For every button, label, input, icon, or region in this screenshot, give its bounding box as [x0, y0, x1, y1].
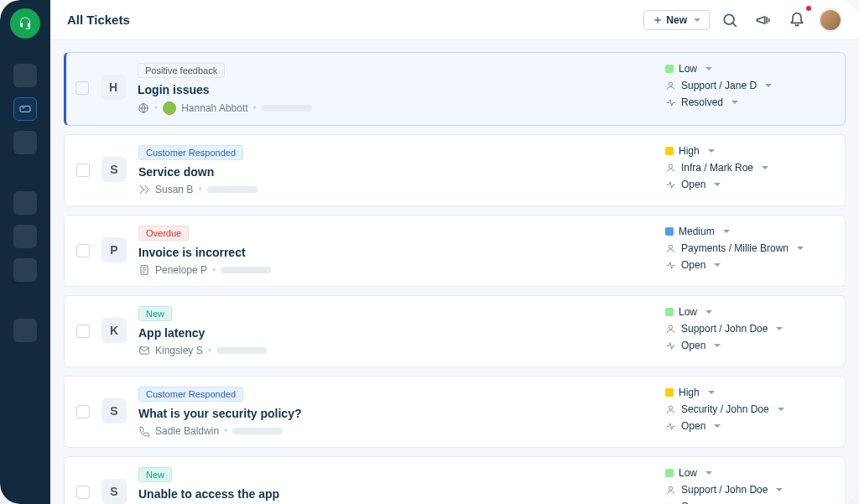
ticket-subject[interactable]: Invoice is incorrect	[138, 246, 665, 259]
svg-point-11	[669, 486, 672, 490]
nav-item-3[interactable]	[13, 131, 37, 154]
ticket-row[interactable]: P Overdue Invoice is incorrect Penelope …	[64, 215, 846, 287]
chevron-down-icon	[705, 471, 712, 478]
assignee-selector[interactable]: Support / John Doe	[665, 484, 833, 496]
meta-placeholder	[207, 186, 258, 193]
ticket-icon	[18, 102, 32, 116]
nav-item-4[interactable]	[13, 191, 37, 215]
ticket-meta: Susan B •	[138, 184, 665, 195]
nav-item-7[interactable]	[13, 319, 37, 342]
assignee-selector[interactable]: Payments / Millie Brown	[665, 242, 833, 254]
assignee-selector[interactable]: Infra / Mark Roe	[665, 162, 833, 174]
priority-color-icon	[665, 388, 674, 397]
priority-selector[interactable]: Low	[665, 306, 833, 318]
ticket-checkbox[interactable]	[76, 486, 90, 499]
app-logo[interactable]	[10, 8, 40, 39]
ticket-body: New App latency Kingsley S •	[138, 306, 665, 356]
priority-selector[interactable]: High	[665, 145, 833, 157]
ticket-row[interactable]: S Customer Responded What is your securi…	[64, 376, 846, 448]
priority-label: Low	[679, 306, 697, 318]
ticket-subject[interactable]: Unable to access the app	[138, 487, 665, 501]
requester-avatar: K	[102, 318, 127, 343]
status-selector[interactable]: Resolved	[665, 96, 833, 108]
priority-selector[interactable]: High	[665, 387, 833, 398]
ticket-properties: Medium Payments / Millie Brown Open	[665, 226, 833, 271]
plus-icon	[653, 15, 663, 25]
requester-avatar: S	[102, 479, 127, 504]
priority-label: High	[679, 145, 700, 157]
channel-icon	[138, 184, 150, 195]
nav-item-6[interactable]	[13, 258, 37, 282]
ticket-properties: Low Support / Jane D Resolved	[665, 63, 833, 108]
ticket-checkbox[interactable]	[76, 164, 90, 177]
ticket-checkbox[interactable]	[76, 244, 90, 257]
requester-name: Hannah Abbott	[181, 102, 247, 114]
priority-selector[interactable]: Low	[665, 63, 833, 75]
notifications-button[interactable]	[784, 7, 810, 34]
requester-avatar: S	[102, 157, 127, 182]
profile-avatar[interactable]	[819, 8, 842, 32]
bell-icon	[789, 12, 805, 29]
priority-label: Medium	[679, 226, 715, 237]
search-button[interactable]	[716, 7, 743, 34]
channel-icon	[138, 425, 150, 437]
ticket-list: H Positive feedback Login issues • Hanna…	[50, 40, 859, 504]
channel-icon	[138, 345, 150, 356]
priority-selector[interactable]: Low	[665, 467, 833, 479]
new-button[interactable]: New	[643, 10, 710, 30]
ticket-tag: Positive feedback	[138, 63, 225, 78]
announce-button[interactable]	[750, 7, 777, 34]
ticket-row[interactable]: H Positive feedback Login issues • Hanna…	[64, 52, 846, 126]
chevron-down-icon	[723, 230, 730, 236]
assignee-selector[interactable]: Security / John Doe	[665, 403, 833, 415]
chevron-down-icon	[708, 391, 715, 397]
nav-item-5[interactable]	[13, 225, 37, 248]
ticket-subject[interactable]: What is your security policy?	[138, 407, 665, 420]
status-selector[interactable]: Open	[665, 179, 833, 190]
chevron-down-icon	[776, 488, 783, 495]
priority-color-icon	[665, 469, 674, 477]
ticket-body: Overdue Invoice is incorrect Penelope P …	[138, 226, 665, 276]
chevron-down-icon	[731, 101, 738, 107]
main-pane: All Tickets New H Positive feedback	[50, 0, 859, 504]
meta-placeholder	[216, 347, 267, 354]
nav-item-1[interactable]	[13, 64, 37, 87]
meta-placeholder	[221, 267, 271, 273]
status-selector[interactable]: Open	[665, 259, 833, 271]
ticket-meta: Penelope P •	[138, 264, 665, 276]
svg-rect-7	[140, 347, 149, 354]
ticket-row[interactable]: K New App latency Kingsley S • Low Suppo…	[64, 295, 846, 367]
assignee-label: Support / John Doe	[681, 484, 768, 496]
ticket-checkbox[interactable]	[75, 81, 89, 95]
status-selector[interactable]: Open	[665, 420, 833, 432]
chevron-down-icon	[714, 183, 721, 190]
assignee-selector[interactable]: Support / John Doe	[665, 323, 833, 335]
new-button-label: New	[666, 14, 687, 26]
ticket-subject[interactable]: Service down	[138, 165, 665, 179]
svg-point-9	[669, 406, 672, 409]
ticket-subject[interactable]: Login issues	[138, 83, 665, 96]
ticket-subject[interactable]: App latency	[138, 326, 665, 340]
ticket-checkbox[interactable]	[76, 405, 90, 418]
assignee-label: Support / John Doe	[681, 323, 768, 335]
ticket-tag: Customer Responded	[138, 145, 243, 160]
requester-avatar: H	[101, 75, 126, 100]
chevron-down-icon	[778, 408, 784, 414]
ticket-checkbox[interactable]	[76, 325, 90, 338]
ticket-row[interactable]: S New Unable to access the app Samuel C …	[64, 456, 846, 504]
nav-item-tickets[interactable]	[13, 97, 37, 121]
requester-name: Kingsley S	[155, 345, 203, 356]
top-bar: All Tickets New	[50, 0, 859, 40]
status-label: Open	[681, 179, 705, 190]
megaphone-icon	[755, 12, 772, 29]
priority-selector[interactable]: Medium	[665, 226, 833, 237]
sentiment-icon	[163, 101, 176, 115]
ticket-row[interactable]: S Customer Responded Service down Susan …	[64, 134, 846, 206]
ticket-properties: Low Support / John Doe Open	[665, 306, 833, 351]
svg-point-6	[669, 245, 672, 248]
status-selector[interactable]: Open	[665, 340, 833, 351]
assignee-selector[interactable]: Support / Jane D	[665, 80, 833, 91]
meta-placeholder	[262, 105, 312, 112]
status-selector[interactable]: Open	[665, 501, 833, 504]
status-label: Open	[681, 501, 705, 504]
